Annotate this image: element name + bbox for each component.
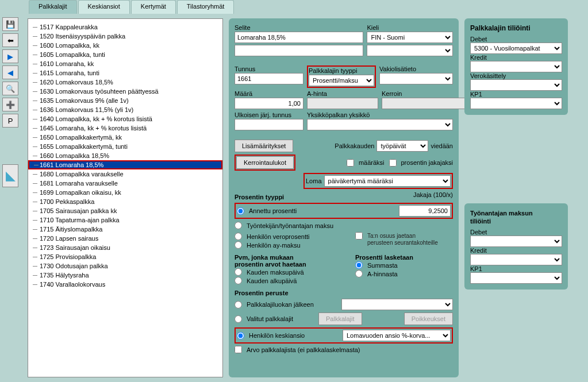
tyonantajan-tiliointi-box: Työnantajan maksuntiliöinti Debet Kredit…: [464, 203, 568, 290]
vakio-select[interactable]: [379, 73, 453, 84]
tree-item[interactable]: 1517 Kappaleurakka: [28, 22, 222, 32]
verok-select[interactable]: [470, 79, 562, 91]
tree-item[interactable]: 1740 Varallaolokorvaus: [28, 280, 222, 289]
kmaksu-radio[interactable]: Kauden maksupäivä: [235, 268, 352, 276]
tree-item[interactable]: 1650 Lomapalkkakertymä, kk: [28, 133, 222, 142]
valitut-radio[interactable]: Valitut palkkalajit: [235, 315, 315, 323]
tree-item[interactable]: 1725 Provisiopalkka: [28, 252, 222, 261]
debet2-label: Debet: [470, 229, 487, 236]
salary-type-tree[interactable]: 1517 Kappaleurakka1520 Itsenäisyyspäivän…: [28, 18, 223, 377]
form-panel: Selite Kieli FIN - Suomi Tu: [229, 18, 459, 377]
forward-button[interactable]: ▶: [2, 49, 18, 63]
prosperuste-header: Prosentin peruste: [235, 290, 453, 296]
kp1-select[interactable]: [470, 98, 562, 109]
summasta-radio[interactable]: Summasta: [355, 261, 453, 269]
prosjak-check[interactable]: prosentin jakajaksi: [389, 159, 454, 167]
tree-item[interactable]: 1600 Lomapalkka, kk: [28, 41, 222, 50]
back-button[interactable]: ⬅: [2, 33, 18, 47]
maara-label: Määrä: [235, 90, 303, 97]
henkkeski-radio[interactable]: Henkilön keskiansio: [237, 331, 340, 340]
plkluokan-select[interactable]: [341, 299, 453, 310]
tunnus-input[interactable]: [235, 73, 303, 84]
arvo-check[interactable]: Arvo palkkalajista (ei palkkalaskelmasta…: [235, 346, 453, 353]
tree-item[interactable]: 1660 Lomapalkka 18,5%: [28, 151, 222, 160]
tree-item[interactable]: 1710 Tapaturma-ajan palkka: [28, 215, 222, 225]
loma-select[interactable]: päiväkertymä määräksi: [324, 175, 451, 187]
kalku-radio[interactable]: Kauden alkupäivä: [235, 276, 352, 285]
kieli-select-2[interactable]: [367, 45, 453, 56]
plkluokan-radio[interactable]: Palkkalajiluokan jälkeen: [235, 300, 338, 309]
annettu-value-input[interactable]: [399, 205, 451, 217]
p-button[interactable]: P: [2, 114, 18, 128]
ulk-label: Ulkoisen järj. tunnus: [235, 111, 303, 118]
kredit-select[interactable]: [470, 61, 562, 72]
maaraksi-check[interactable]: määräksi: [347, 159, 385, 167]
tree-item[interactable]: 1610 Lomaraha, kk: [28, 59, 222, 68]
tab-palkkalajit[interactable]: Palkkalajit: [29, 0, 77, 14]
tree-item[interactable]: 1661 Lomaraha 18,5%: [28, 160, 222, 169]
henkay-radio[interactable]: Henkilön ay-maksu: [235, 241, 352, 249]
tab-keskiansiot[interactable]: Keskiansiot: [78, 0, 130, 14]
ulk-input[interactable]: [235, 119, 303, 130]
add-button[interactable]: ➕: [2, 98, 18, 111]
selite-label: Selite: [235, 24, 363, 31]
tyopaivat-select[interactable]: työpäivät: [376, 140, 428, 152]
kp1b-select[interactable]: [470, 272, 562, 284]
debet-select[interactable]: 5300 - Vuosilomapalkat: [470, 43, 562, 54]
tree-item[interactable]: 1640 Lomapalkka, kk + % korotus lisistä: [28, 114, 222, 124]
pvm-header: Pvm, jonka mukaanprosentin arvot haetaan: [235, 254, 352, 268]
kredit2-select[interactable]: [470, 254, 562, 265]
tree-item[interactable]: 1520 Itsenäisyyspäivän palkka: [28, 32, 222, 41]
tyonantajan-title: Työnantajan maksuntiliöinti: [470, 209, 562, 225]
henkvero-radio[interactable]: Henkilön veroprosentti: [235, 232, 352, 241]
yks-label: Yksikköpalkan yksikkö: [307, 111, 453, 118]
tiliointi-title: Palkkalajin tiliöinti: [470, 24, 562, 32]
palkkalajit-button: Palkkalajit: [318, 312, 362, 325]
zoom-button[interactable]: 🔍: [2, 82, 18, 95]
annettu-radio[interactable]: Annettu prosentti: [237, 207, 397, 215]
tree-item[interactable]: 1735 Hälytysraha: [28, 271, 222, 280]
tree-item[interactable]: 1730 Odotusajan palkka: [28, 261, 222, 271]
kp1b-label: KP1: [470, 265, 482, 272]
palkkalajin-tiliointi-box: Palkkalajin tiliöinti Debet 5300 - Vuosi…: [464, 18, 568, 115]
viedaan-label: viedään: [431, 142, 453, 149]
taosuus-check[interactable]: Ta:n osuus jaetaan perusteen seurantakoh…: [355, 232, 453, 246]
tree-item[interactable]: 1715 Äitiyslomapalkka: [28, 225, 222, 234]
tree-item[interactable]: 1723 Sairausajan oikaisu: [28, 243, 222, 252]
tyonmaksu-radio[interactable]: Työntekijän/työnantajan maksu: [235, 221, 453, 230]
tree-item[interactable]: 1680 Lomapalkka varaukselle: [28, 169, 222, 179]
selite-input-2[interactable]: [235, 45, 363, 56]
tree-item[interactable]: 1630 Lomakorvaus työsuhteen päättyessä: [28, 87, 222, 96]
plktyyppi-select[interactable]: Prosentti/maksu: [309, 75, 374, 86]
tree-item[interactable]: 1605 Lomapalkka, tunti: [28, 50, 222, 59]
save-button[interactable]: 💾: [2, 17, 18, 31]
henkkeski-select[interactable]: Lomavuoden ansio %-korva...: [343, 330, 451, 341]
lisamaaritykset-button[interactable]: Lisämääritykset: [235, 140, 293, 152]
poikkeukset-button: Poikkeukset: [404, 312, 453, 325]
kerrointaulukot-button[interactable]: Kerrointaulukot: [236, 156, 294, 169]
tree-item[interactable]: 1645 Lomaraha, kk + % korotus lisistä: [28, 124, 222, 133]
selite-input[interactable]: [235, 32, 363, 43]
tunnus-label: Tunnus: [235, 65, 303, 72]
maara-input[interactable]: [235, 98, 303, 109]
yks-select[interactable]: [307, 119, 453, 130]
tab-kertymat[interactable]: Kertymät: [131, 0, 176, 14]
tree-item[interactable]: 1636 Lomakorvaus 11,5% (yli 1v): [28, 105, 222, 114]
tab-bar: Palkkalajit Keskiansiot Kertymät Tilasto…: [23, 0, 588, 14]
ahinnasta-radio[interactable]: A-hinnasta: [355, 269, 453, 278]
tree-item[interactable]: 1699 Lomapalkan oikaisu, kk: [28, 188, 222, 197]
palkkakauden-label: Palkkakauden: [335, 142, 374, 149]
kredit-label: Kredit: [470, 54, 487, 61]
tree-item[interactable]: 1700 Pekkaspalkka: [28, 197, 222, 206]
tree-item[interactable]: 1705 Sairausajan palkka kk: [28, 206, 222, 215]
tree-item[interactable]: 1620 Lomakorvaus 18,5%: [28, 78, 222, 87]
prev-button[interactable]: ◀: [2, 65, 18, 79]
tree-item[interactable]: 1681 Lomaraha varaukselle: [28, 179, 222, 188]
tree-item[interactable]: 1720 Lapsen sairaus: [28, 234, 222, 243]
tree-item[interactable]: 1655 Lomapalkkakertymä, tunti: [28, 142, 222, 151]
tree-item[interactable]: 1615 Lomaraha, tunti: [28, 68, 222, 78]
tab-tilastoryhmat[interactable]: Tilastoryhmät: [177, 0, 235, 14]
kieli-select[interactable]: FIN - Suomi: [367, 32, 453, 43]
tree-item[interactable]: 1635 Lomakorvaus 9% (alle 1v): [28, 96, 222, 105]
debet2-select[interactable]: [470, 236, 562, 247]
